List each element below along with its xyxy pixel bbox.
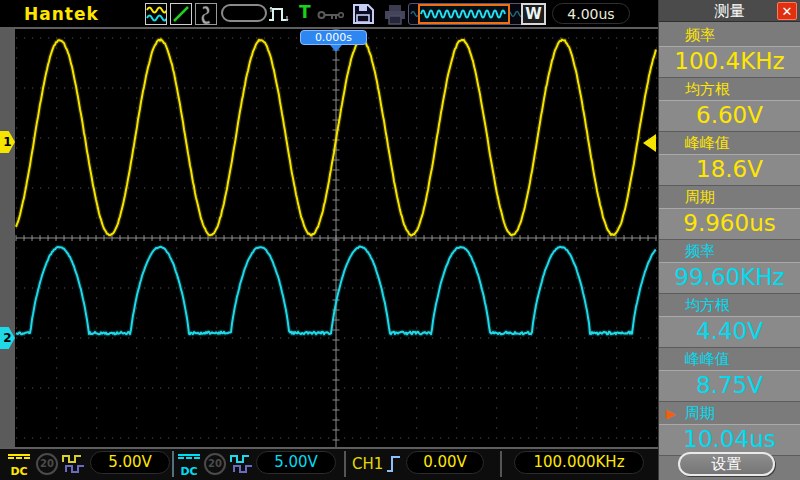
status-pill-empty (221, 4, 267, 22)
waveform-display (0, 29, 657, 447)
measurement-ch1-vpp[interactable]: 峰峰值 18.6V (659, 133, 800, 186)
channels-button[interactable] (145, 3, 167, 25)
separator (172, 451, 174, 477)
measurement-value: 100.4KHz (659, 46, 800, 78)
measurement-value: 9.960us (659, 208, 800, 240)
top-toolbar: Hantek T (0, 0, 658, 27)
window-mode-indicator[interactable]: W (521, 3, 546, 25)
measurement-label: 均方根 (685, 80, 730, 98)
bottom-status-bar: DC 20 5.00V DC 20 5.00V CH1 0.00V 100.00… (0, 449, 658, 480)
ch1-scale-readout[interactable]: 5.00V (90, 451, 170, 474)
measurement-label: 频率 (685, 242, 715, 260)
ch1-invert-waveform-icon[interactable] (62, 453, 86, 475)
measurement-ch2-rms[interactable]: 均方根 4.40V (659, 295, 800, 348)
measurement-ch2-period[interactable]: ▶周期 10.04us (659, 403, 800, 456)
ch2-scale-readout[interactable]: 5.00V (256, 451, 336, 474)
ch2-bandwidth-icon[interactable]: 20 (204, 453, 226, 475)
pulse-mode-icon[interactable] (266, 4, 292, 24)
separator (344, 451, 346, 477)
measure-panel-title: 测量 (715, 2, 745, 20)
selection-arrow-icon: ▶ (666, 403, 676, 424)
trigger-slope-rising-icon (385, 452, 402, 476)
save-floppy-icon[interactable] (352, 3, 375, 25)
printer-icon[interactable] (383, 4, 407, 25)
hand-probe-button[interactable] (195, 3, 217, 25)
cursor-line-icon (171, 4, 191, 24)
ch1-bandwidth-icon[interactable]: 20 (36, 453, 58, 475)
cursor-line-button[interactable] (170, 3, 192, 25)
close-icon[interactable]: ✕ (777, 2, 797, 20)
measurement-value: 4.40V (659, 316, 800, 348)
trigger-level-arrow[interactable] (643, 134, 656, 152)
measurement-label: 周期 (685, 404, 715, 422)
settings-button[interactable]: 设置 (678, 452, 775, 476)
measure-panel: 测量 ✕ 频率 100.4KHz 均方根 6.60V 峰峰值 18.6V 周期 … (658, 0, 800, 480)
channel-waveforms-icon (146, 4, 166, 24)
measurement-ch1-frequency[interactable]: 频率 100.4KHz (659, 25, 800, 78)
preview-expansion-window[interactable] (418, 4, 510, 24)
measure-panel-header: 测量 ✕ (659, 0, 800, 22)
measurement-value: 6.60V (659, 100, 800, 132)
ch2-coupling-icon[interactable]: DC (178, 454, 200, 479)
key-lock-icon (317, 8, 345, 22)
hand-probe-icon (196, 4, 216, 24)
measurement-ch1-rms[interactable]: 均方根 6.60V (659, 79, 800, 132)
measurement-value: 8.75V (659, 370, 800, 402)
measurement-value: 18.6V (659, 154, 800, 186)
timebase-readout[interactable]: 4.00us (552, 3, 630, 24)
brand-logo: Hantek (24, 4, 99, 24)
measurement-label: 周期 (685, 188, 715, 206)
trigger-frequency-readout[interactable]: 100.000KHz (514, 451, 644, 474)
trigger-position-tag[interactable]: 0.000s (300, 30, 367, 45)
trigger-t-indicator[interactable]: T (299, 2, 311, 22)
measurement-ch1-period[interactable]: 周期 9.960us (659, 187, 800, 240)
left-margin-strip (0, 29, 15, 447)
ch1-coupling-icon[interactable]: DC (8, 454, 30, 479)
trigger-source-label: CH1 (352, 455, 383, 473)
measurement-list: 频率 100.4KHz 均方根 6.60V 峰峰值 18.6V 周期 9.960… (659, 25, 800, 457)
measurement-label: 峰峰值 (685, 134, 730, 152)
trigger-position-pointer (330, 45, 342, 52)
preview-wave-bright (420, 6, 508, 22)
oscilloscope-screen: Hantek T (0, 0, 800, 480)
measurement-ch2-vpp[interactable]: 峰峰值 8.75V (659, 349, 800, 402)
trigger-level-readout[interactable]: 0.00V (406, 451, 484, 474)
measurement-ch2-frequency[interactable]: 频率 99.60KHz (659, 241, 800, 294)
measurement-label: 频率 (685, 26, 715, 44)
separator (500, 451, 502, 477)
ch2-invert-waveform-icon[interactable] (230, 453, 254, 475)
measurement-value: 99.60KHz (659, 262, 800, 294)
measurement-label: 峰峰值 (685, 350, 730, 368)
measurement-label: 均方根 (685, 296, 730, 314)
